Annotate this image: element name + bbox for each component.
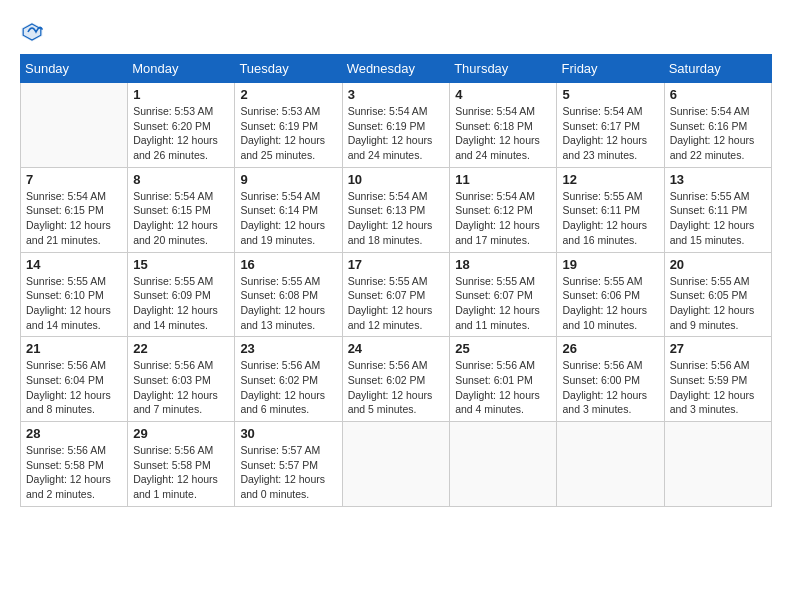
day-number: 21 bbox=[26, 341, 122, 356]
day-number: 16 bbox=[240, 257, 336, 272]
day-number: 4 bbox=[455, 87, 551, 102]
calendar-cell: 17Sunrise: 5:55 AM Sunset: 6:07 PM Dayli… bbox=[342, 252, 450, 337]
day-info: Sunrise: 5:56 AM Sunset: 5:58 PM Dayligh… bbox=[26, 443, 122, 502]
calendar-cell: 29Sunrise: 5:56 AM Sunset: 5:58 PM Dayli… bbox=[128, 422, 235, 507]
day-info: Sunrise: 5:54 AM Sunset: 6:19 PM Dayligh… bbox=[348, 104, 445, 163]
day-info: Sunrise: 5:53 AM Sunset: 6:19 PM Dayligh… bbox=[240, 104, 336, 163]
calendar-cell: 27Sunrise: 5:56 AM Sunset: 5:59 PM Dayli… bbox=[664, 337, 771, 422]
calendar-cell: 11Sunrise: 5:54 AM Sunset: 6:12 PM Dayli… bbox=[450, 167, 557, 252]
day-info: Sunrise: 5:55 AM Sunset: 6:08 PM Dayligh… bbox=[240, 274, 336, 333]
day-number: 26 bbox=[562, 341, 658, 356]
day-info: Sunrise: 5:54 AM Sunset: 6:16 PM Dayligh… bbox=[670, 104, 766, 163]
day-info: Sunrise: 5:55 AM Sunset: 6:05 PM Dayligh… bbox=[670, 274, 766, 333]
day-number: 22 bbox=[133, 341, 229, 356]
calendar-header-row: SundayMondayTuesdayWednesdayThursdayFrid… bbox=[21, 55, 772, 83]
calendar-cell: 10Sunrise: 5:54 AM Sunset: 6:13 PM Dayli… bbox=[342, 167, 450, 252]
calendar-cell: 23Sunrise: 5:56 AM Sunset: 6:02 PM Dayli… bbox=[235, 337, 342, 422]
column-header-sunday: Sunday bbox=[21, 55, 128, 83]
calendar-cell: 21Sunrise: 5:56 AM Sunset: 6:04 PM Dayli… bbox=[21, 337, 128, 422]
day-number: 14 bbox=[26, 257, 122, 272]
calendar-cell bbox=[21, 83, 128, 168]
svg-marker-0 bbox=[22, 22, 43, 41]
day-info: Sunrise: 5:54 AM Sunset: 6:13 PM Dayligh… bbox=[348, 189, 445, 248]
day-number: 10 bbox=[348, 172, 445, 187]
calendar-week-row: 7Sunrise: 5:54 AM Sunset: 6:15 PM Daylig… bbox=[21, 167, 772, 252]
calendar-cell: 6Sunrise: 5:54 AM Sunset: 6:16 PM Daylig… bbox=[664, 83, 771, 168]
column-header-thursday: Thursday bbox=[450, 55, 557, 83]
calendar-cell: 13Sunrise: 5:55 AM Sunset: 6:11 PM Dayli… bbox=[664, 167, 771, 252]
day-info: Sunrise: 5:55 AM Sunset: 6:06 PM Dayligh… bbox=[562, 274, 658, 333]
calendar-cell: 19Sunrise: 5:55 AM Sunset: 6:06 PM Dayli… bbox=[557, 252, 664, 337]
logo bbox=[20, 20, 48, 44]
day-info: Sunrise: 5:56 AM Sunset: 6:03 PM Dayligh… bbox=[133, 358, 229, 417]
day-number: 17 bbox=[348, 257, 445, 272]
column-header-friday: Friday bbox=[557, 55, 664, 83]
day-number: 24 bbox=[348, 341, 445, 356]
calendar-cell: 9Sunrise: 5:54 AM Sunset: 6:14 PM Daylig… bbox=[235, 167, 342, 252]
day-info: Sunrise: 5:54 AM Sunset: 6:15 PM Dayligh… bbox=[26, 189, 122, 248]
day-number: 5 bbox=[562, 87, 658, 102]
day-number: 18 bbox=[455, 257, 551, 272]
page-header bbox=[20, 20, 772, 44]
calendar-week-row: 28Sunrise: 5:56 AM Sunset: 5:58 PM Dayli… bbox=[21, 422, 772, 507]
day-number: 7 bbox=[26, 172, 122, 187]
day-number: 13 bbox=[670, 172, 766, 187]
column-header-wednesday: Wednesday bbox=[342, 55, 450, 83]
day-info: Sunrise: 5:56 AM Sunset: 6:01 PM Dayligh… bbox=[455, 358, 551, 417]
calendar-cell bbox=[557, 422, 664, 507]
calendar-week-row: 21Sunrise: 5:56 AM Sunset: 6:04 PM Dayli… bbox=[21, 337, 772, 422]
day-info: Sunrise: 5:54 AM Sunset: 6:12 PM Dayligh… bbox=[455, 189, 551, 248]
calendar-cell: 2Sunrise: 5:53 AM Sunset: 6:19 PM Daylig… bbox=[235, 83, 342, 168]
day-info: Sunrise: 5:56 AM Sunset: 5:59 PM Dayligh… bbox=[670, 358, 766, 417]
calendar-week-row: 1Sunrise: 5:53 AM Sunset: 6:20 PM Daylig… bbox=[21, 83, 772, 168]
day-number: 27 bbox=[670, 341, 766, 356]
day-info: Sunrise: 5:54 AM Sunset: 6:18 PM Dayligh… bbox=[455, 104, 551, 163]
column-header-saturday: Saturday bbox=[664, 55, 771, 83]
column-header-monday: Monday bbox=[128, 55, 235, 83]
calendar-cell: 4Sunrise: 5:54 AM Sunset: 6:18 PM Daylig… bbox=[450, 83, 557, 168]
day-number: 12 bbox=[562, 172, 658, 187]
column-header-tuesday: Tuesday bbox=[235, 55, 342, 83]
day-info: Sunrise: 5:56 AM Sunset: 6:02 PM Dayligh… bbox=[240, 358, 336, 417]
day-number: 15 bbox=[133, 257, 229, 272]
calendar-cell: 22Sunrise: 5:56 AM Sunset: 6:03 PM Dayli… bbox=[128, 337, 235, 422]
day-number: 11 bbox=[455, 172, 551, 187]
calendar-cell: 7Sunrise: 5:54 AM Sunset: 6:15 PM Daylig… bbox=[21, 167, 128, 252]
day-info: Sunrise: 5:54 AM Sunset: 6:14 PM Dayligh… bbox=[240, 189, 336, 248]
calendar-cell bbox=[664, 422, 771, 507]
day-number: 28 bbox=[26, 426, 122, 441]
day-number: 19 bbox=[562, 257, 658, 272]
day-number: 29 bbox=[133, 426, 229, 441]
day-info: Sunrise: 5:54 AM Sunset: 6:15 PM Dayligh… bbox=[133, 189, 229, 248]
calendar-table: SundayMondayTuesdayWednesdayThursdayFrid… bbox=[20, 54, 772, 507]
day-number: 2 bbox=[240, 87, 336, 102]
calendar-cell: 24Sunrise: 5:56 AM Sunset: 6:02 PM Dayli… bbox=[342, 337, 450, 422]
day-number: 25 bbox=[455, 341, 551, 356]
day-number: 20 bbox=[670, 257, 766, 272]
calendar-cell: 20Sunrise: 5:55 AM Sunset: 6:05 PM Dayli… bbox=[664, 252, 771, 337]
day-info: Sunrise: 5:56 AM Sunset: 6:04 PM Dayligh… bbox=[26, 358, 122, 417]
day-number: 6 bbox=[670, 87, 766, 102]
calendar-cell: 3Sunrise: 5:54 AM Sunset: 6:19 PM Daylig… bbox=[342, 83, 450, 168]
calendar-cell: 14Sunrise: 5:55 AM Sunset: 6:10 PM Dayli… bbox=[21, 252, 128, 337]
day-number: 23 bbox=[240, 341, 336, 356]
calendar-cell: 30Sunrise: 5:57 AM Sunset: 5:57 PM Dayli… bbox=[235, 422, 342, 507]
calendar-cell: 16Sunrise: 5:55 AM Sunset: 6:08 PM Dayli… bbox=[235, 252, 342, 337]
day-number: 8 bbox=[133, 172, 229, 187]
day-info: Sunrise: 5:56 AM Sunset: 6:00 PM Dayligh… bbox=[562, 358, 658, 417]
day-number: 30 bbox=[240, 426, 336, 441]
calendar-cell bbox=[342, 422, 450, 507]
calendar-cell: 5Sunrise: 5:54 AM Sunset: 6:17 PM Daylig… bbox=[557, 83, 664, 168]
logo-icon bbox=[20, 20, 44, 44]
day-info: Sunrise: 5:55 AM Sunset: 6:07 PM Dayligh… bbox=[455, 274, 551, 333]
calendar-cell: 28Sunrise: 5:56 AM Sunset: 5:58 PM Dayli… bbox=[21, 422, 128, 507]
day-info: Sunrise: 5:55 AM Sunset: 6:11 PM Dayligh… bbox=[670, 189, 766, 248]
calendar-cell: 25Sunrise: 5:56 AM Sunset: 6:01 PM Dayli… bbox=[450, 337, 557, 422]
calendar-cell: 15Sunrise: 5:55 AM Sunset: 6:09 PM Dayli… bbox=[128, 252, 235, 337]
day-info: Sunrise: 5:55 AM Sunset: 6:09 PM Dayligh… bbox=[133, 274, 229, 333]
day-info: Sunrise: 5:55 AM Sunset: 6:10 PM Dayligh… bbox=[26, 274, 122, 333]
day-info: Sunrise: 5:56 AM Sunset: 6:02 PM Dayligh… bbox=[348, 358, 445, 417]
day-info: Sunrise: 5:54 AM Sunset: 6:17 PM Dayligh… bbox=[562, 104, 658, 163]
calendar-cell bbox=[450, 422, 557, 507]
day-info: Sunrise: 5:53 AM Sunset: 6:20 PM Dayligh… bbox=[133, 104, 229, 163]
